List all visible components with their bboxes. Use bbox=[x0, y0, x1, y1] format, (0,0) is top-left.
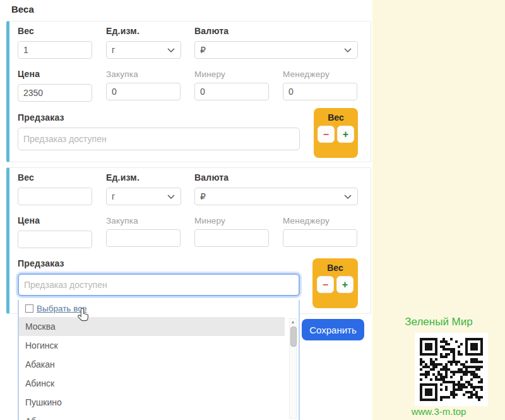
price-label: Цена bbox=[18, 215, 92, 225]
currency-select-value: ₽ bbox=[200, 45, 206, 55]
preorder-label: Предзаказ bbox=[18, 258, 300, 268]
weight-stepper-title: Вес bbox=[312, 263, 358, 273]
save-button[interactable]: Сохранить bbox=[302, 319, 364, 340]
weight-plus-button[interactable]: + bbox=[336, 276, 354, 293]
select-all-checkbox[interactable] bbox=[25, 304, 33, 313]
chevron-down-icon bbox=[344, 48, 352, 53]
weight-stepper-box-2: Вес −+ bbox=[312, 258, 358, 308]
miner-label: Минеру bbox=[194, 69, 269, 79]
weight-stepper-title: Вес bbox=[314, 112, 358, 123]
currency-select[interactable]: ₽ bbox=[194, 188, 358, 205]
weight-input[interactable] bbox=[18, 41, 92, 59]
purchase-label: Закупка bbox=[106, 69, 181, 79]
list-item-city[interactable]: Абакан bbox=[19, 355, 299, 374]
currency-select-value: ₽ bbox=[200, 191, 206, 201]
purchase-input[interactable] bbox=[106, 229, 181, 247]
unit-select-value: г bbox=[112, 45, 115, 55]
unit-label: Ед.изм. bbox=[106, 26, 181, 36]
manager-input[interactable] bbox=[283, 229, 357, 247]
promo-brand-text: Зеленый Мир bbox=[372, 316, 505, 328]
unit-select[interactable]: г bbox=[106, 188, 181, 205]
currency-select[interactable]: ₽ bbox=[194, 41, 358, 59]
preorder-city-dropdown: Выбрать все Москва Ногинск Абакан Абинск… bbox=[18, 300, 300, 420]
preorder-label: Предзаказ bbox=[18, 112, 300, 123]
price-input[interactable] bbox=[18, 84, 92, 102]
miner-input[interactable] bbox=[194, 229, 269, 247]
miner-label: Минеру bbox=[194, 216, 269, 225]
weight-label: Вес bbox=[18, 26, 92, 36]
unit-label: Ед.изм. bbox=[106, 172, 181, 183]
manager-input[interactable] bbox=[283, 83, 357, 100]
unit-select[interactable]: г bbox=[106, 41, 181, 59]
unit-select-value: г bbox=[112, 191, 115, 201]
purchase-label: Закупка bbox=[106, 216, 181, 225]
manager-label: Менеджеру bbox=[283, 216, 357, 225]
weight-plus-button[interactable]: + bbox=[337, 126, 354, 143]
currency-label: Валюта bbox=[194, 26, 358, 36]
chevron-down-icon bbox=[167, 195, 175, 200]
weight-input[interactable] bbox=[18, 188, 92, 205]
list-item-city[interactable]: Аб bbox=[19, 412, 299, 420]
preorder-input-focused[interactable] bbox=[18, 273, 300, 296]
currency-label: Валюта bbox=[194, 172, 358, 183]
weight-minus-button[interactable]: − bbox=[318, 126, 335, 143]
price-input[interactable] bbox=[18, 231, 92, 248]
price-label: Цена bbox=[18, 69, 92, 79]
select-all-row[interactable]: Выбрать все bbox=[19, 300, 299, 317]
scroll-up-icon[interactable]: ▲ bbox=[290, 319, 296, 325]
promo-url-text: www.3-m.top bbox=[372, 406, 505, 417]
weight-minus-button[interactable]: − bbox=[317, 276, 334, 293]
weight-stepper-box-1: Вес −+ bbox=[314, 108, 358, 158]
hand-cursor-icon bbox=[76, 307, 90, 323]
list-item-city[interactable]: Пушкино bbox=[19, 393, 299, 412]
preorder-input[interactable] bbox=[18, 128, 300, 150]
purchase-input[interactable] bbox=[106, 83, 181, 100]
qr-code bbox=[415, 333, 488, 406]
page-title: Веса bbox=[11, 4, 34, 15]
weight-label: Вес bbox=[18, 172, 92, 183]
scrollbar-thumb[interactable] bbox=[290, 327, 297, 347]
manager-label: Менеджеру bbox=[283, 69, 357, 79]
chevron-down-icon bbox=[167, 48, 175, 53]
list-item-city[interactable]: Ногинск bbox=[19, 336, 299, 355]
miner-input[interactable] bbox=[194, 83, 269, 100]
dropdown-scrollbar[interactable]: ▲ bbox=[289, 318, 297, 419]
list-item-city[interactable]: Москва bbox=[19, 317, 285, 336]
list-item-city[interactable]: Абинск bbox=[19, 374, 299, 393]
chevron-down-icon bbox=[344, 195, 352, 200]
